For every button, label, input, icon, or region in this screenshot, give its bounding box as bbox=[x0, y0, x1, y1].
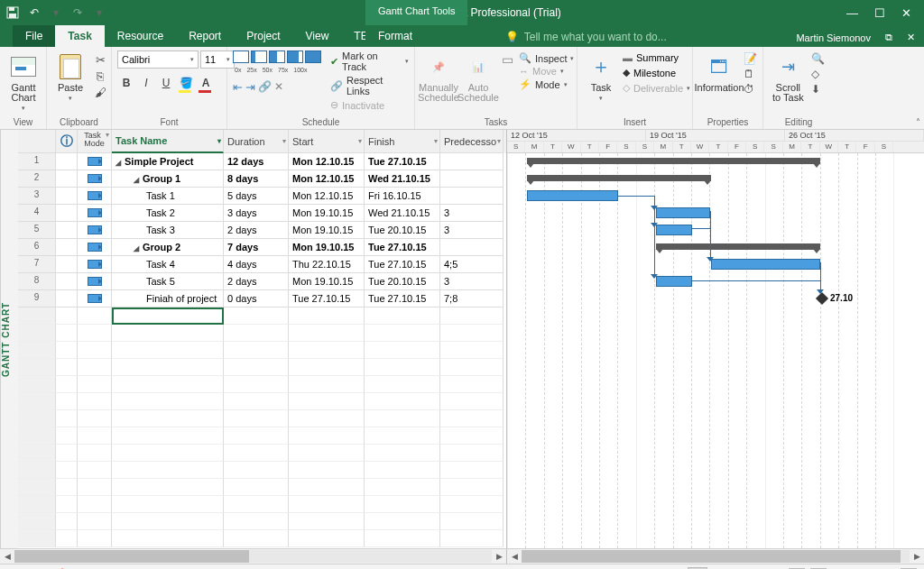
split-pane-icon[interactable]: ▭ bbox=[502, 52, 513, 67]
link-tasks-icon[interactable]: 🔗 bbox=[258, 80, 272, 94]
milestone-button[interactable]: ◆Milestone bbox=[623, 67, 690, 78]
pct75-button[interactable] bbox=[287, 50, 303, 63]
task-bar[interactable] bbox=[656, 276, 692, 287]
move-button[interactable]: ↔Move ▾ bbox=[519, 66, 574, 77]
row-number[interactable]: 4 bbox=[18, 205, 56, 222]
table-row[interactable]: 1◢Simple Project12 daysMon 12.10.15Tue 2… bbox=[18, 153, 506, 170]
table-row[interactable]: 8Task 52 daysMon 19.10.15Tue 20.10.153 bbox=[18, 273, 506, 290]
bold-button[interactable]: B bbox=[117, 74, 135, 92]
tell-me-search[interactable]: 💡Tell me what you want to do... bbox=[505, 31, 667, 47]
table-row[interactable] bbox=[18, 359, 506, 376]
table-row[interactable]: 9Finiah of project0 daysTue 27.10.15Tue … bbox=[18, 290, 506, 307]
row-number[interactable]: 9 bbox=[18, 290, 56, 307]
gantt-chart-button[interactable]: GanttChart▾ bbox=[5, 50, 42, 114]
minimize-icon[interactable]: — bbox=[846, 6, 858, 20]
mark-on-track-button[interactable]: ✔Mark on Track ▾ bbox=[330, 50, 409, 72]
row-number[interactable]: 8 bbox=[18, 273, 56, 290]
task-bar[interactable] bbox=[527, 190, 618, 201]
clear-icon[interactable]: ◇ bbox=[811, 68, 825, 80]
save-icon[interactable] bbox=[5, 5, 20, 20]
summary-bar[interactable] bbox=[527, 158, 820, 164]
table-row[interactable] bbox=[18, 427, 506, 445]
restore-window-icon[interactable]: ⧉ bbox=[885, 32, 892, 43]
pct25-button[interactable] bbox=[251, 50, 267, 63]
notes-icon[interactable]: 📝 bbox=[744, 52, 757, 65]
task-bar[interactable] bbox=[656, 207, 710, 218]
select-all-header[interactable] bbox=[18, 130, 56, 153]
col-finish[interactable]: Finish▾ bbox=[365, 130, 440, 153]
undo-icon[interactable]: ↶ bbox=[27, 5, 42, 20]
scroll-to-task-button[interactable]: ⇥Scrollto Task bbox=[769, 50, 808, 105]
table-row[interactable] bbox=[18, 530, 506, 547]
grid-scrollbar[interactable] bbox=[14, 550, 492, 563]
col-indicator[interactable]: ⓘ bbox=[56, 130, 78, 153]
cut-icon[interactable]: ✂ bbox=[92, 52, 108, 67]
table-row[interactable]: 4Task 23 daysMon 19.10.15Wed 21.10.153 bbox=[18, 205, 506, 222]
user-name[interactable]: Martin Siemonov bbox=[796, 32, 871, 43]
table-row[interactable] bbox=[18, 496, 506, 513]
scroll-right-icon[interactable]: ▶ bbox=[492, 552, 506, 561]
undo-more-icon[interactable]: ▾ bbox=[49, 5, 63, 20]
summary-button[interactable]: ▬Summary bbox=[623, 52, 690, 63]
table-row[interactable] bbox=[18, 376, 506, 393]
tab-view[interactable]: View bbox=[293, 25, 342, 47]
tab-task[interactable]: Task bbox=[55, 25, 104, 47]
scroll-left-icon[interactable]: ◀ bbox=[0, 552, 14, 561]
tab-resource[interactable]: Resource bbox=[105, 25, 176, 47]
outdent-icon[interactable]: ⇤ bbox=[233, 80, 243, 94]
information-button[interactable]: 🗔Information bbox=[698, 50, 740, 95]
tab-project[interactable]: Project bbox=[234, 25, 292, 47]
table-row[interactable] bbox=[18, 410, 506, 427]
pct0-button[interactable] bbox=[233, 50, 249, 63]
table-row[interactable] bbox=[18, 307, 506, 325]
table-row[interactable]: 6◢Group 27 daysMon 19.10.15Tue 27.10.15 bbox=[18, 239, 506, 256]
unlink-icon[interactable]: ✕ bbox=[274, 80, 283, 94]
table-row[interactable] bbox=[18, 325, 506, 342]
inspect-button[interactable]: 🔍Inspect ▾ bbox=[519, 52, 574, 64]
respect-links-button[interactable]: 🔗Respect Links bbox=[330, 75, 409, 96]
col-start[interactable]: Start▾ bbox=[289, 130, 365, 153]
table-row[interactable]: 2◢Group 18 daysMon 12.10.15Wed 21.10.15 bbox=[18, 170, 506, 188]
col-task-mode[interactable]: TaskMode▾ bbox=[78, 130, 112, 153]
task-bar[interactable] bbox=[711, 259, 820, 270]
row-number[interactable]: 6 bbox=[18, 239, 56, 256]
insert-task-button[interactable]: ＋Task▾ bbox=[583, 50, 619, 104]
table-row[interactable] bbox=[18, 479, 506, 496]
row-number[interactable]: 2 bbox=[18, 170, 56, 188]
table-row[interactable] bbox=[18, 393, 506, 410]
paste-button[interactable]: Paste▾ bbox=[52, 50, 88, 104]
collapse-ribbon-icon[interactable]: ˄ bbox=[916, 117, 920, 127]
fill-icon[interactable]: ⬇ bbox=[811, 83, 825, 96]
gantt-scroll-left-icon[interactable]: ◀ bbox=[507, 552, 522, 561]
pct100-button[interactable] bbox=[305, 50, 321, 63]
gantt-body[interactable]: 27.10 bbox=[507, 153, 924, 548]
pct50-button[interactable] bbox=[269, 50, 285, 63]
row-number[interactable]: 3 bbox=[18, 188, 56, 205]
gantt-scroll-right-icon[interactable]: ▶ bbox=[910, 552, 924, 561]
find-icon[interactable]: 🔍 bbox=[811, 52, 825, 65]
summary-bar[interactable] bbox=[656, 243, 820, 250]
table-row[interactable] bbox=[18, 342, 506, 359]
row-number[interactable]: 5 bbox=[18, 222, 56, 239]
font-name-combo[interactable]: Calibri▾ bbox=[117, 50, 199, 69]
task-bar[interactable] bbox=[656, 225, 692, 235]
redo-icon[interactable]: ↷ bbox=[70, 5, 85, 20]
row-number[interactable]: 7 bbox=[18, 256, 56, 273]
mode-button[interactable]: ⚡Mode ▾ bbox=[519, 78, 574, 90]
maximize-icon[interactable]: ☐ bbox=[874, 6, 885, 20]
col-task-name[interactable]: Task Name▾ bbox=[112, 130, 224, 153]
tab-file[interactable]: File bbox=[13, 25, 55, 47]
col-duration[interactable]: Duration▾ bbox=[224, 130, 289, 153]
tab-format[interactable]: Format bbox=[365, 25, 425, 47]
timeline-add-icon[interactable]: ⏱ bbox=[744, 83, 757, 96]
table-row[interactable] bbox=[18, 445, 506, 462]
qat-customize-icon[interactable]: ▾ bbox=[92, 5, 106, 20]
underline-button[interactable]: U bbox=[157, 74, 175, 92]
table-row[interactable] bbox=[18, 462, 506, 479]
format-painter-icon[interactable]: 🖌 bbox=[92, 85, 108, 99]
table-row[interactable]: 3Task 15 daysMon 12.10.15Fri 16.10.15 bbox=[18, 188, 506, 205]
copy-icon[interactable]: ⎘ bbox=[92, 69, 108, 83]
fill-color-button[interactable]: 🪣 bbox=[177, 74, 195, 92]
indent-icon[interactable]: ⇥ bbox=[245, 80, 255, 94]
row-number[interactable]: 1 bbox=[18, 153, 56, 170]
